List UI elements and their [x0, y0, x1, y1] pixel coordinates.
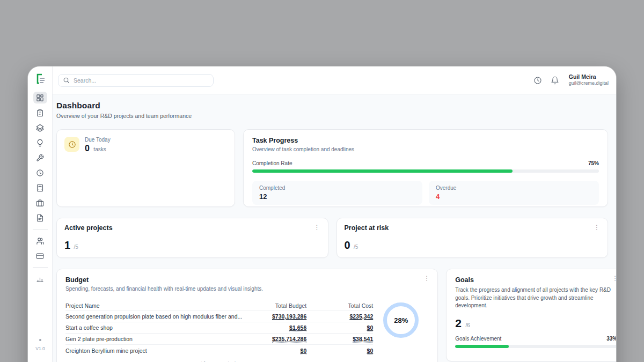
goals-total: /6	[465, 322, 470, 328]
total-budget-cell-value[interactable]: $1,656	[289, 324, 306, 331]
table-row[interactable]: Gen 2 plate pre-production$235,714.286$3…	[65, 334, 373, 345]
task-progress-card: Task Progress Overview of task completio…	[243, 129, 608, 207]
budget-subtitle: Spending, forecasts, and financial healt…	[65, 286, 429, 292]
table-row[interactable]: Start a coffee shop$1,656$0	[65, 322, 373, 334]
total-budget-cell: $0	[246, 348, 306, 354]
user-menu[interactable]: Guil Meira guil@creme.digital	[569, 73, 609, 86]
total-budget-cell: $235,714.286	[246, 336, 306, 342]
search-input[interactable]	[58, 74, 214, 87]
completion-rate-value: 75%	[588, 160, 599, 166]
total-cost-cell-value[interactable]: $0	[367, 348, 374, 354]
sidebar-item-tasks[interactable]	[33, 107, 47, 119]
completed-stat: Completed 12	[252, 181, 422, 205]
app-version: V1.0	[28, 346, 53, 351]
budget-card: Budget ⋮ Spending, forecasts, and financ…	[56, 269, 438, 362]
sidebar-item-reports[interactable]	[33, 273, 47, 285]
total-cost-cell-value[interactable]: $38,541	[353, 336, 373, 343]
project-at-risk-value: 0	[345, 239, 350, 251]
total-cost-cell: $235,342	[306, 313, 373, 320]
topbar: Guil Meira guil@creme.digital	[53, 67, 616, 94]
goals-card: Goals ⋮ Track the progress and alignment…	[446, 269, 616, 361]
users-icon	[36, 237, 44, 245]
sidebar-item-dashboard[interactable]	[33, 92, 47, 104]
main-area: Guil Meira guil@creme.digital Dashboard …	[53, 67, 616, 362]
lightbulb-icon	[36, 139, 44, 147]
sidebar-item-ideas[interactable]	[33, 137, 47, 149]
sidebar-item-projects[interactable]	[33, 122, 47, 134]
due-today-text: Due Today 0 tasks	[85, 137, 111, 200]
user-email: guil@creme.digital	[569, 80, 609, 86]
status-dot	[39, 339, 41, 341]
more-projects-link[interactable]: +1 more projects	[65, 360, 373, 362]
project-at-risk-card: Project at risk ⋮ 0 /5	[336, 218, 609, 258]
row-overview: Due Today 0 tasks Task Progress Overview…	[56, 129, 608, 207]
total-cost-cell: $38,541	[306, 336, 373, 342]
sidebar-item-calculator[interactable]	[33, 182, 47, 194]
due-today-unit: tasks	[93, 146, 106, 152]
table-row[interactable]: Second generation propulsion plate based…	[65, 311, 373, 322]
app-window: V1.0 Guil Meira guil@creme.digita	[28, 67, 616, 362]
kebab-menu-icon[interactable]: ⋮	[312, 223, 322, 232]
sidebar-item-documents[interactable]	[33, 212, 47, 224]
total-cost-cell-value[interactable]: $0	[367, 324, 374, 331]
page-title: Dashboard	[56, 101, 608, 110]
sidebar-item-tools[interactable]	[33, 152, 47, 164]
kebab-menu-icon[interactable]: ⋮	[422, 274, 431, 283]
project-at-risk-title: Project at risk	[345, 224, 601, 232]
sidebar-item-portfolio[interactable]	[33, 197, 47, 209]
goals-description: Track the progress and alignment of all …	[455, 286, 616, 310]
budget-table-rows: Second generation propulsion plate based…	[65, 311, 373, 356]
sidebar-item-team[interactable]	[33, 235, 47, 247]
active-projects-value: 1	[64, 239, 70, 251]
active-projects-value-row: 1 /5	[64, 239, 78, 252]
due-today-value-row: 0 tasks	[85, 144, 111, 153]
project-name-cell: Second generation propulsion plate based…	[65, 313, 246, 320]
overdue-stat: Overdue 4	[429, 181, 599, 205]
creme-logo-icon[interactable]	[34, 72, 47, 85]
page-header: Dashboard Overview of your R&D projects …	[56, 101, 608, 119]
project-name-cell: Start a coffee shop	[65, 324, 246, 331]
budget-donut-wrap: 28%	[373, 300, 429, 362]
goals-progress-bar	[455, 345, 616, 348]
user-name: Guil Meira	[569, 73, 609, 80]
project-name-cell: Creighton Beryllium mine project	[65, 348, 246, 354]
sidebar-footer: V1.0	[28, 339, 53, 351]
total-cost-cell-value[interactable]: $235,342	[349, 313, 373, 320]
briefcase-icon	[36, 199, 44, 207]
kebab-menu-icon[interactable]: ⋮	[610, 274, 616, 283]
active-projects-title: Active projects	[64, 224, 320, 232]
budget-donut-value: 28%	[394, 316, 408, 324]
total-budget-cell: $730,193.286	[246, 313, 306, 320]
sidebar-item-billing[interactable]	[33, 250, 47, 262]
goals-achievement-row: Goals Achievement 33%	[455, 336, 616, 342]
task-progress-subtitle: Overview of task completion and deadline…	[252, 146, 599, 152]
sidebar-nav	[33, 92, 48, 285]
dashboard-grid-icon	[36, 94, 44, 102]
sidebar: V1.0	[28, 67, 53, 362]
total-budget-cell-value[interactable]: $730,193.286	[272, 313, 306, 320]
kebab-menu-icon[interactable]: ⋮	[592, 223, 602, 232]
sidebar-divider	[33, 229, 48, 230]
completion-progress-bar	[252, 169, 599, 173]
column-project-name: Project Name	[65, 302, 246, 309]
project-at-risk-total: /5	[354, 244, 358, 250]
history-clock-icon[interactable]	[533, 76, 542, 85]
total-budget-cell-value[interactable]: $0	[301, 348, 307, 354]
sidebar-item-time-tracking[interactable]	[33, 167, 47, 179]
page-content: Dashboard Overview of your R&D projects …	[53, 94, 616, 362]
due-today-icon-badge	[64, 137, 79, 152]
layers-icon	[36, 124, 44, 132]
clock-icon	[36, 169, 44, 177]
due-today-label: Due Today	[85, 137, 111, 143]
budget-table-header: Project Name Total Budget Total Cost	[65, 300, 373, 311]
goals-value: 2	[455, 317, 462, 329]
goals-title: Goals	[455, 276, 616, 284]
topbar-right: Guil Meira guil@creme.digital	[533, 73, 609, 86]
table-row[interactable]: Creighton Beryllium mine project$0$0	[65, 345, 373, 356]
total-budget-cell-value[interactable]: $235,714.286	[272, 336, 306, 343]
notifications-bell-icon[interactable]	[551, 76, 559, 85]
active-projects-total: /5	[74, 244, 78, 250]
bar-chart-icon	[36, 275, 44, 283]
budget-table: Project Name Total Budget Total Cost Sec…	[65, 300, 373, 362]
overdue-label: Overdue	[436, 185, 592, 191]
